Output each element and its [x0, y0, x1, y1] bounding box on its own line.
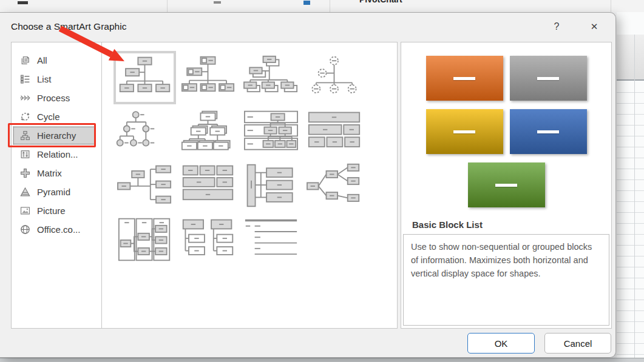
sidebar-item-label: Pyramid: [37, 187, 70, 197]
sidebar-item-label: Matrix: [37, 168, 62, 178]
ribbon-label-fragment: PivotChart: [359, 0, 402, 4]
layout-gallery: [102, 42, 397, 328]
block-text-placeholder: [453, 130, 475, 133]
layout-thumbnail-horizontal-organization-chart[interactable]: [114, 159, 176, 212]
orange-block: [426, 56, 503, 101]
matrix-icon: [20, 168, 30, 178]
all-icon: [20, 55, 30, 65]
category-sidebar: AllListProcessCycleHierarchyRelation...M…: [12, 42, 102, 328]
ribbon-icon-fragment: [18, 1, 28, 4]
cancel-button[interactable]: Cancel: [544, 333, 611, 354]
cycle-icon: [20, 112, 30, 122]
dialog-titlebar: Choose a SmartArt Graphic ? ✕: [0, 13, 615, 41]
layout-thumbnail-column-hierarchy-list[interactable]: [114, 213, 176, 266]
grid-column-line: [634, 35, 635, 362]
dialog-main-panel: AllListProcessCycleHierarchyRelation...M…: [11, 42, 398, 329]
layout-thumbnail-block-hierarchy[interactable]: [177, 159, 239, 212]
blue-block: [510, 109, 587, 154]
block-text-placeholder: [495, 184, 517, 187]
relationship-icon: [20, 149, 30, 159]
ribbon-divider: [330, 0, 330, 12]
smartart-dialog: Choose a SmartArt Graphic ? ✕ AllListPro…: [0, 12, 616, 358]
window-bottom-edge: [0, 358, 644, 362]
sidebar-item-relationship[interactable]: Relation...: [13, 145, 95, 164]
layout-thumbnail-organization-chart[interactable]: [114, 51, 176, 104]
sidebar-item-label: Cycle: [37, 112, 60, 122]
layout-thumbnail-circle-organization-chart[interactable]: [303, 51, 365, 104]
layout-thumbnail-name-and-title-organization-chart[interactable]: [177, 51, 239, 104]
sidebar-item-picture[interactable]: Picture: [13, 201, 95, 220]
preview-panel: Basic Block List Use to show non-sequent…: [401, 42, 612, 329]
sidebar-item-label: Hierarchy: [37, 130, 76, 141]
layout-thumbnail-stacked-box-hierarchy[interactable]: [177, 105, 239, 158]
sidebar-item-label: Relation...: [37, 149, 78, 159]
excel-ribbon-strip: PivotChart: [0, 0, 644, 12]
ribbon-divider: [167, 0, 168, 12]
gray-block: [510, 56, 587, 101]
sidebar-item-label: Process: [37, 93, 70, 103]
sidebar-item-hierarchy[interactable]: Hierarchy: [13, 126, 95, 145]
layout-thumbnail-table-hierarchy[interactable]: [303, 105, 365, 158]
ribbon-icon-fragment: [214, 1, 221, 4]
block-text-placeholder: [537, 130, 559, 133]
preview-graphic: [401, 42, 611, 216]
sidebar-item-all[interactable]: All: [13, 51, 95, 70]
layout-thumbnail-circle-hierarchy[interactable]: [114, 105, 176, 158]
layout-description: Use to show non-sequential or grouped bl…: [403, 234, 609, 326]
sidebar-item-label: Picture: [37, 206, 66, 216]
layout-thumbnail-lined-list[interactable]: [240, 213, 302, 266]
ok-button[interactable]: OK: [467, 333, 535, 354]
sidebar-item-office[interactable]: Office.co...: [13, 220, 95, 239]
grid-rows: [617, 82, 644, 362]
sidebar-item-label: All: [37, 55, 47, 65]
pivotchart-icon: [303, 1, 310, 5]
sidebar-item-matrix[interactable]: Matrix: [13, 164, 95, 183]
sidebar-item-cycle[interactable]: Cycle: [13, 107, 95, 126]
globe-icon: [20, 224, 30, 235]
yellow-block: [426, 109, 503, 154]
column-header: [617, 35, 644, 81]
block-text-placeholder: [453, 77, 475, 80]
green-block: [468, 163, 545, 207]
process-icon: [20, 93, 30, 103]
sidebar-item-list[interactable]: List: [13, 70, 95, 89]
close-button[interactable]: ✕: [583, 18, 606, 36]
help-icon: ?: [554, 21, 560, 32]
close-icon: ✕: [591, 21, 598, 32]
excel-worksheet: [617, 12, 644, 362]
sidebar-item-label: List: [37, 74, 51, 84]
sidebar-item-process[interactable]: Process: [13, 89, 95, 107]
block-text-placeholder: [537, 77, 559, 80]
layout-thumbnail-horizontal-hierarchy[interactable]: [303, 159, 365, 212]
help-button[interactable]: ?: [545, 18, 568, 36]
sidebar-item-pyramid[interactable]: Pyramid: [13, 183, 95, 201]
layout-thumbnail-picture-organization-chart[interactable]: [240, 51, 302, 104]
ribbon-divider: [611, 0, 611, 12]
pyramid-icon: [20, 187, 30, 197]
layout-thumbnail-table-name-hierarchy[interactable]: [240, 105, 302, 158]
dialog-title: Choose a SmartArt Graphic: [0, 21, 126, 32]
layout-thumbnail-hierarchy-list[interactable]: [240, 159, 302, 212]
picture-icon: [20, 206, 30, 216]
list-icon: [20, 74, 30, 84]
sidebar-item-label: Office.co...: [37, 224, 80, 235]
layout-name: Basic Block List: [412, 220, 611, 230]
layout-thumbnail-grouped-list[interactable]: [177, 213, 239, 266]
hierarchy-icon: [20, 130, 30, 141]
